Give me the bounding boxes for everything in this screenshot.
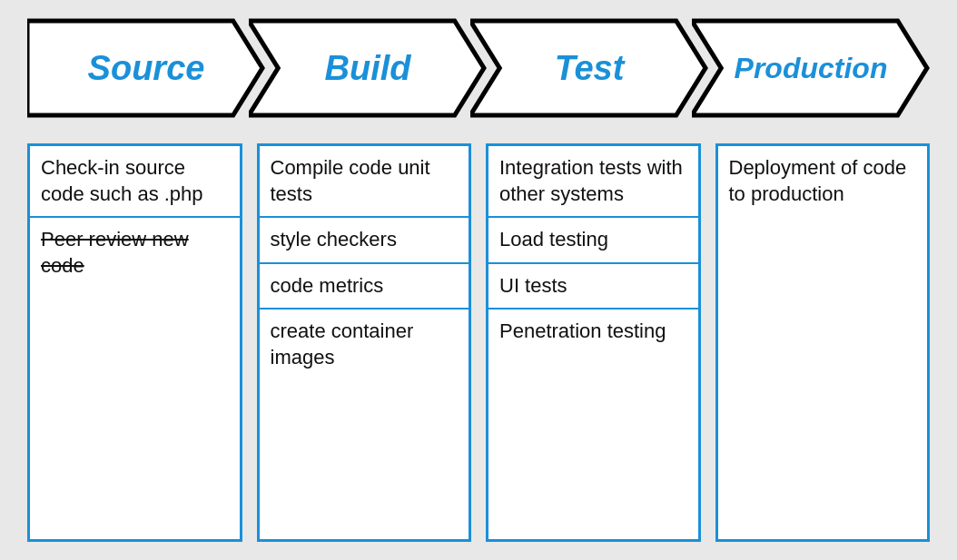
list-item: Peer review new code bbox=[30, 218, 240, 288]
stage-source-label: Source bbox=[88, 49, 205, 88]
list-item: Check-in source code such as .php bbox=[30, 146, 240, 218]
build-card: Compile code unit tests style checkers c… bbox=[257, 143, 472, 542]
stage-production: Production bbox=[692, 18, 930, 118]
test-card: Integration tests with other systems Loa… bbox=[486, 143, 701, 542]
stage-production-label: Production bbox=[735, 52, 888, 85]
stage-source: Source bbox=[27, 18, 265, 118]
list-item: style checkers bbox=[260, 218, 469, 264]
list-item: Integration tests with other systems bbox=[488, 146, 698, 218]
list-item: UI tests bbox=[488, 264, 698, 310]
list-item: Compile code unit tests bbox=[260, 146, 469, 218]
stage-test-label: Test bbox=[555, 49, 625, 88]
list-item: create container images bbox=[260, 309, 469, 379]
list-item: Deployment of code to production bbox=[718, 146, 928, 216]
pipeline-row: Source Build Test Production bbox=[27, 18, 930, 118]
list-item: Load testing bbox=[488, 218, 698, 264]
production-card: Deployment of code to production bbox=[715, 143, 931, 542]
list-item: Penetration testing bbox=[488, 309, 698, 354]
stage-build-label: Build bbox=[325, 49, 411, 88]
stage-test: Test bbox=[470, 18, 708, 118]
cards-row: Check-in source code such as .php Peer r… bbox=[27, 143, 930, 542]
list-item: code metrics bbox=[260, 264, 469, 310]
stage-build: Build bbox=[249, 18, 487, 118]
source-card: Check-in source code such as .php Peer r… bbox=[27, 143, 242, 542]
